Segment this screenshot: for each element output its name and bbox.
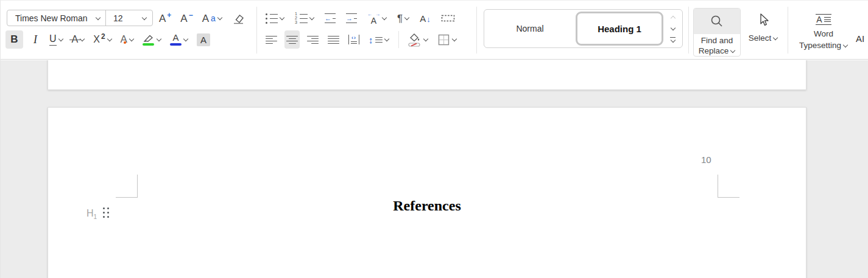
character-shading-button[interactable]: A <box>195 30 212 49</box>
chevron-down-icon <box>773 36 778 41</box>
document-heading[interactable]: References <box>48 197 806 214</box>
search-icon <box>709 13 725 29</box>
badge-sub: 1 <box>94 214 97 220</box>
decrease-font-size-button[interactable]: A− <box>178 9 194 27</box>
document-canvas[interactable]: 10 H1 References <box>1 60 868 278</box>
paint-bucket-icon <box>408 33 422 47</box>
highlight-color-button[interactable] <box>141 30 163 49</box>
alignment-tools: ‹› ↕ <box>264 30 459 49</box>
eraser-icon <box>231 12 245 24</box>
vertical-arrow: ↕ <box>369 35 373 44</box>
page-previous[interactable] <box>48 60 806 90</box>
effect-dot <box>124 41 126 44</box>
numbered-list-button[interactable]: 1 2 3 <box>293 9 316 27</box>
highlighter-icon <box>143 34 155 46</box>
font-color-button[interactable]: A <box>168 30 190 49</box>
digit: 3 <box>295 21 297 24</box>
align-left-button[interactable] <box>264 30 279 49</box>
decrease-indent-button[interactable]: ← <box>323 9 337 27</box>
underline-icon: U <box>49 33 57 46</box>
style-heading1-selected[interactable]: Heading 1 <box>576 12 663 46</box>
chevron-down-icon <box>96 16 101 21</box>
word-typesetting-button[interactable]: A Word Typesetting <box>792 9 855 58</box>
style-gallery: Normal Heading 1 <box>484 9 683 48</box>
shading-button[interactable] <box>406 30 430 49</box>
group-divider <box>256 7 257 54</box>
align-center-button[interactable] <box>284 30 300 49</box>
underline-button[interactable]: U <box>48 30 65 49</box>
label-line2: Replace <box>699 46 729 56</box>
label-line1: Find and <box>701 35 733 46</box>
font-name-select[interactable]: Times New Roman <box>7 10 105 26</box>
group-divider <box>788 7 788 54</box>
scroll-up-icon[interactable] <box>671 15 676 19</box>
plus-sign: + <box>167 12 171 19</box>
ai-button[interactable]: AI <box>856 33 864 44</box>
list-indent-tools: 1 2 3 ← → <box>264 9 457 28</box>
chevron-down-icon <box>423 37 428 42</box>
change-case-button[interactable]: Aa <box>200 9 224 27</box>
arrow: ↓ <box>426 15 431 23</box>
letter: A <box>371 17 376 25</box>
justify-button[interactable] <box>326 30 341 49</box>
decrease-indent-icon: ← <box>325 13 336 23</box>
increase-indent-icon: → <box>346 13 357 23</box>
app-window: Times New Roman 12 A+ A− Aa <box>0 0 868 278</box>
font-color-letter: A <box>172 33 178 42</box>
paragraph-marks-button[interactable]: ¶ <box>395 9 411 27</box>
bullet-list-icon <box>266 13 278 24</box>
align-right-button[interactable] <box>305 30 320 49</box>
sort-icon: A↓ <box>420 14 431 23</box>
distribute-text-button[interactable]: ‹› <box>347 30 361 49</box>
strikethrough-button[interactable]: A <box>70 30 87 49</box>
scroll-down-icon[interactable] <box>671 26 676 31</box>
page-current[interactable]: 10 H1 References <box>48 107 806 278</box>
font-style-tools: B I U A X2 A <box>5 30 212 49</box>
font-controls: Times New Roman 12 <box>7 10 153 26</box>
bullet-list-button[interactable] <box>264 9 286 27</box>
chevron-down-icon <box>382 16 387 21</box>
increase-indent-button[interactable]: → <box>344 9 359 27</box>
gallery-more-icon[interactable] <box>670 37 676 43</box>
sort-button[interactable]: A↓ <box>418 9 432 27</box>
bold-button[interactable]: B <box>5 30 23 49</box>
divider <box>398 31 399 48</box>
font-size-value: 12 <box>113 13 142 23</box>
letter: A <box>816 16 822 23</box>
text-direction-icon: ←→ A <box>367 12 380 25</box>
group-divider <box>476 7 477 54</box>
bold-icon: B <box>10 33 18 46</box>
clear-formatting-button[interactable] <box>230 9 247 27</box>
borders-button[interactable] <box>436 30 459 49</box>
italic-button[interactable]: I <box>28 30 43 49</box>
highlight-color-swatch <box>143 43 154 46</box>
margin-corner-top-right-icon <box>718 175 739 198</box>
font-color-icon: A <box>170 33 182 46</box>
strikethrough-icon: A <box>72 34 79 45</box>
chevron-down-icon <box>730 49 735 54</box>
label-line1: Word <box>814 29 833 39</box>
tab-ruler-button[interactable] <box>439 9 457 27</box>
line-spacing-icon: ↕ <box>369 35 383 44</box>
change-case-icon: A <box>202 13 209 24</box>
lowercase-a: a <box>211 14 216 23</box>
chevron-down-icon <box>404 16 409 21</box>
angle: › <box>354 35 356 41</box>
margin-corner-top-left-icon <box>116 175 138 198</box>
increase-font-size-button[interactable]: A+ <box>157 9 173 27</box>
style-normal[interactable]: Normal <box>484 10 576 47</box>
chevron-down-icon <box>671 38 676 43</box>
superscript-button[interactable]: X2 <box>91 30 113 49</box>
text-direction-button[interactable]: ←→ A <box>365 9 389 27</box>
page-number: 10 <box>701 155 711 165</box>
text-effects-button[interactable]: A <box>119 30 136 49</box>
select-button[interactable]: Select <box>744 9 782 55</box>
select-label: Select <box>749 33 772 43</box>
chevron-down-icon <box>142 16 147 21</box>
chevron-down-icon <box>157 37 161 42</box>
font-size-select[interactable]: 12 <box>106 10 152 26</box>
align-left-icon <box>266 36 277 44</box>
numbered-list-icon: 1 2 3 <box>295 13 308 24</box>
line-spacing-button[interactable]: ↕ <box>367 30 391 49</box>
find-and-replace-button[interactable]: Find and Replace <box>693 8 741 57</box>
